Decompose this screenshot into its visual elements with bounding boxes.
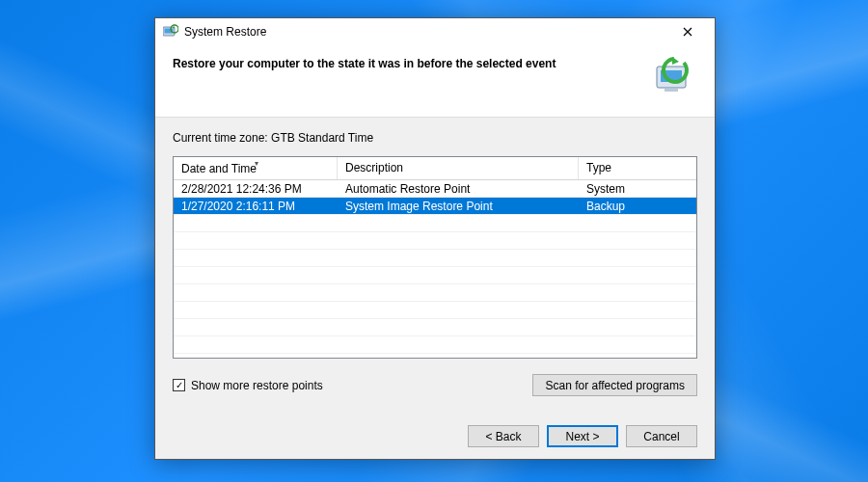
column-header-description[interactable]: Description — [338, 157, 579, 179]
cancel-button[interactable]: Cancel — [626, 425, 697, 447]
table-row-empty — [174, 284, 696, 302]
table-row-empty — [174, 319, 696, 336]
show-more-label: Show more restore points — [191, 379, 323, 392]
system-restore-icon — [163, 24, 178, 40]
column-header-type[interactable]: Type — [579, 157, 696, 179]
sort-desc-icon: ▾ — [255, 159, 258, 168]
scan-affected-button[interactable]: Scan for affected programs — [532, 374, 697, 396]
close-button[interactable] — [668, 21, 707, 42]
system-restore-dialog: System Restore Restore your computer to … — [154, 17, 716, 460]
table-row-empty — [174, 267, 696, 284]
column-header-date-label: Date and Time — [181, 162, 257, 175]
table-row-empty — [174, 302, 696, 319]
table-row-empty — [174, 336, 696, 354]
checkbox-icon: ✓ — [173, 379, 185, 391]
timezone-label: Current time zone: GTB Standard Time — [173, 131, 697, 145]
back-button[interactable]: < Back — [468, 425, 539, 447]
table-row[interactable]: 2/28/2021 12:24:36 PM Automatic Restore … — [174, 180, 696, 198]
table-row-empty — [174, 232, 696, 250]
below-grid-row: ✓ Show more restore points Scan for affe… — [173, 374, 697, 396]
restore-logo-icon — [655, 57, 697, 99]
next-button[interactable]: Next > — [547, 425, 618, 447]
table-row[interactable]: 1/27/2020 2:16:11 PM System Image Restor… — [174, 198, 696, 215]
cell-description: System Image Restore Point — [338, 200, 579, 213]
dialog-footer: < Back Next > Cancel — [155, 414, 715, 459]
table-row-empty — [174, 250, 696, 267]
cell-date: 2/28/2021 12:24:36 PM — [174, 182, 338, 196]
titlebar[interactable]: System Restore — [155, 18, 715, 45]
show-more-checkbox[interactable]: ✓ Show more restore points — [173, 379, 323, 392]
header-strip: Restore your computer to the state it wa… — [155, 45, 715, 117]
cell-type: Backup — [579, 200, 696, 213]
close-icon — [683, 27, 692, 37]
page-heading: Restore your computer to the state it wa… — [173, 57, 556, 70]
column-header-date[interactable]: Date and Time▾ — [174, 157, 338, 179]
cell-type: System — [579, 182, 696, 196]
restore-points-table: Date and Time▾ Description Type 2/28/202… — [173, 156, 697, 359]
cell-description: Automatic Restore Point — [338, 182, 579, 196]
table-header: Date and Time▾ Description Type — [174, 157, 696, 180]
cell-date: 1/27/2020 2:16:11 PM — [174, 200, 338, 213]
table-row-empty — [174, 215, 696, 232]
svg-rect-5 — [665, 89, 678, 92]
body-panel: Current time zone: GTB Standard Time Dat… — [155, 117, 715, 414]
table-body: 2/28/2021 12:24:36 PM Automatic Restore … — [174, 180, 696, 354]
window-title: System Restore — [184, 25, 668, 39]
